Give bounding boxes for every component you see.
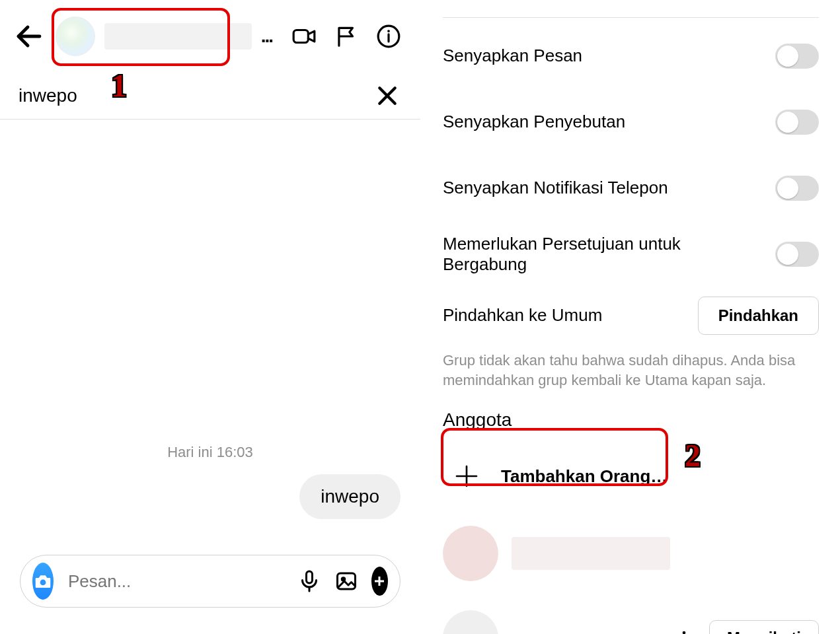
mute-call-notifications-toggle[interactable] (775, 176, 819, 201)
move-to-general-row: Pindahkan ke Umum Pindahkan (443, 287, 819, 344)
setting-label: Memerlukan Persetujuan untuk Bergabung (443, 234, 727, 275)
setting-label: Senyapkan Pesan (443, 46, 582, 66)
hint-text: Grup tidak akan tahu bahwa sudah dihapus… (443, 351, 819, 390)
message-row: inwepo (20, 474, 401, 519)
message-input[interactable] (67, 571, 284, 592)
chat-details-screen: Senyapkan Pesan Senyapkan Penyebutan Sen… (420, 0, 840, 634)
setting-label: Senyapkan Penyebutan (443, 112, 625, 132)
mute-messages-row: Senyapkan Pesan (443, 23, 819, 89)
add-people-button[interactable]: Tambahkan Orang… (443, 446, 819, 506)
add-people-label: Tambahkan Orang… (501, 466, 668, 487)
chat-title-redacted (104, 23, 252, 50)
member-name-redacted (512, 537, 670, 570)
video-call-button[interactable] (286, 18, 323, 55)
svg-point-4 (387, 30, 390, 32)
messages-area: Hari ini 16:03 inwepo (0, 125, 420, 535)
member-more-button[interactable] (672, 626, 696, 634)
chat-title-area[interactable]: ... (50, 10, 280, 63)
chat-header: ... (0, 0, 420, 73)
avatar (56, 17, 95, 56)
message-composer (20, 555, 401, 608)
mute-messages-toggle[interactable] (775, 44, 819, 69)
search-input[interactable]: inwepo (19, 85, 77, 106)
microphone-button[interactable] (297, 567, 321, 596)
setting-label: Senyapkan Notifikasi Telepon (443, 178, 668, 198)
member-row[interactable]: Mengikuti (443, 589, 819, 634)
camera-button[interactable] (32, 563, 54, 600)
approval-to-join-row: Memerlukan Persetujuan untuk Bergabung (443, 221, 819, 287)
members-section-title: Anggota (443, 409, 819, 431)
message-bubble[interactable]: inwepo (299, 474, 401, 519)
mute-mentions-row: Senyapkan Penyebutan (443, 89, 819, 155)
setting-label: Pindahkan ke Umum (443, 305, 602, 326)
ellipsis-icon: ... (261, 26, 275, 47)
add-attachment-button[interactable] (371, 567, 388, 596)
plus-icon (452, 462, 481, 491)
svg-point-7 (40, 580, 46, 586)
clear-search-button[interactable] (373, 81, 402, 110)
svg-rect-8 (306, 571, 312, 583)
gallery-button[interactable] (334, 567, 358, 596)
avatar (443, 526, 498, 581)
svg-rect-1 (293, 30, 308, 43)
follow-button[interactable]: Mengikuti (709, 620, 819, 634)
timestamp: Hari ini 16:03 (20, 444, 401, 461)
mute-mentions-toggle[interactable] (775, 110, 819, 135)
approval-to-join-toggle[interactable] (775, 242, 819, 267)
annotation-number-1: 1 (111, 67, 127, 104)
member-row[interactable] (443, 518, 819, 589)
search-row: inwepo (0, 73, 420, 120)
annotation-number-2: 2 (685, 437, 701, 474)
chat-screen: ... inwepo Hari ini 16:03 (0, 0, 420, 634)
info-button[interactable] (370, 18, 407, 55)
svg-point-16 (683, 631, 686, 634)
move-button[interactable]: Pindahkan (698, 297, 819, 335)
avatar (443, 610, 498, 634)
flag-button[interactable] (328, 18, 365, 55)
mute-call-notifications-row: Senyapkan Notifikasi Telepon (443, 155, 819, 221)
back-button[interactable] (13, 20, 45, 52)
